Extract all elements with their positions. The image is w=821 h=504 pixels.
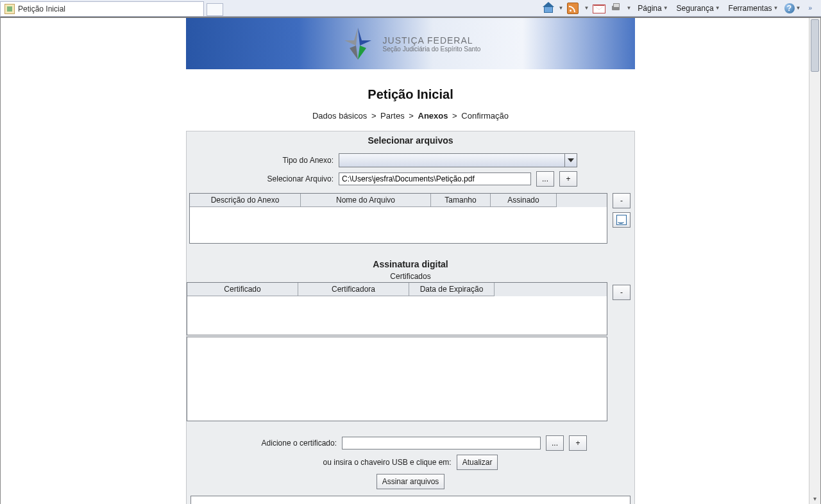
col-certificadora: Certificadora [298, 283, 409, 296]
page-content: JUSTIÇA FEDERAL Seção Judiciária do Espí… [186, 18, 635, 504]
home-dropdown[interactable]: ▼ [559, 5, 564, 11]
browse-cert-button[interactable]: ... [546, 435, 564, 451]
file-path-input[interactable] [339, 172, 531, 185]
cert-table-body [187, 296, 607, 335]
page-title: Petição Inicial [186, 87, 635, 102]
status-bar [190, 496, 631, 504]
header-banner: JUSTIÇA FEDERAL Seção Judiciária do Espí… [186, 18, 635, 69]
tools-menu-label: Ferramentas [729, 4, 772, 13]
scroll-thumb[interactable] [811, 19, 819, 72]
selecionar-arquivo-label: Selecionar Arquivo: [244, 174, 334, 183]
tipo-anexo-label: Tipo do Anexo: [244, 156, 334, 165]
browse-file-button[interactable]: ... [536, 171, 554, 187]
breadcrumb-sep: > [371, 111, 377, 121]
tab-strip: Petição Inicial [0, 0, 223, 16]
page-menu[interactable]: Página▼ [634, 4, 670, 13]
new-tab-button[interactable] [207, 3, 223, 16]
print-icon [611, 3, 621, 13]
org-name: JUSTIÇA FEDERAL [383, 35, 481, 46]
breadcrumb: Dados básicos > Partes > Anexos > Confir… [186, 111, 635, 121]
certificates-label: Certificados [187, 272, 634, 281]
viewport: ▴ ▾ JUSTIÇA FEDERAL Seção Judiciária do … [0, 17, 821, 504]
tab-favicon-icon [4, 4, 15, 14]
col-descricao: Descrição do Anexo [190, 194, 301, 207]
add-cert-button[interactable]: + [569, 435, 587, 451]
security-menu-label: Segurança [677, 4, 714, 13]
feeds-dropdown[interactable]: ▼ [584, 5, 589, 11]
usb-hint-label: ou insira o chaveiro USB e clique em: [323, 458, 452, 467]
breadcrumb-sep: > [452, 111, 457, 121]
print-button[interactable] [609, 2, 622, 15]
home-icon [543, 3, 554, 13]
browser-tab[interactable]: Petição Inicial [0, 1, 204, 16]
browser-toolbar: ▼ ▼ ▼ Página▼ Segurança▼ Ferramentas▼ ▼ … [537, 0, 821, 16]
remove-cert-button[interactable]: - [613, 285, 631, 300]
home-button[interactable] [542, 2, 555, 15]
breadcrumb-sep: > [409, 111, 414, 121]
panel-select-files: Selecionar arquivos Tipo do Anexo: Selec… [186, 131, 635, 504]
add-cert-label: Adicione o certificado: [234, 439, 337, 448]
tools-menu[interactable]: Ferramentas▼ [725, 4, 781, 13]
col-assinado: Assinado [491, 194, 557, 207]
breadcrumb-step-anexos: Anexos [418, 111, 448, 121]
tab-title: Petição Inicial [18, 4, 65, 13]
signature-title: Assinatura digital [187, 259, 634, 269]
page-menu-label: Página [638, 4, 661, 13]
mail-icon [593, 4, 605, 13]
help-button[interactable]: ▼ [783, 2, 802, 15]
breadcrumb-step-dados: Dados básicos [312, 111, 367, 121]
tipo-anexo-select[interactable] [339, 153, 577, 167]
breadcrumb-step-partes: Partes [380, 111, 405, 121]
cert-list-box[interactable] [187, 337, 607, 421]
remove-file-button[interactable]: - [613, 193, 631, 208]
cert-table-header: Certificado Certificadora Data de Expira… [187, 283, 607, 296]
col-tamanho: Tamanho [431, 194, 491, 207]
col-nome: Nome do Arquivo [301, 194, 431, 207]
add-file-button[interactable]: + [559, 171, 577, 187]
logo-icon [341, 26, 375, 61]
browser-chrome: Petição Inicial ▼ ▼ ▼ Página▼ Segurança▼… [0, 0, 821, 17]
chevron-down-icon[interactable] [564, 154, 577, 167]
panel-select-files-title: Selecionar arquivos [187, 131, 634, 149]
sign-files-button[interactable]: Assinar arquivos [377, 474, 445, 489]
security-menu[interactable]: Segurança▼ [673, 4, 722, 13]
toolbar-overflow[interactable]: » [804, 4, 816, 12]
signature-icon [616, 215, 627, 225]
breadcrumb-step-confirmacao: Confirmação [461, 111, 509, 121]
scroll-down-icon[interactable]: ▾ [809, 493, 820, 504]
refresh-cert-button[interactable]: Atualizar [457, 455, 498, 470]
feeds-button[interactable] [566, 2, 580, 15]
vertical-scrollbar[interactable]: ▴ ▾ [809, 18, 820, 504]
mail-button[interactable] [591, 2, 607, 15]
cert-path-input[interactable] [342, 437, 541, 449]
sign-file-button[interactable] [613, 212, 631, 228]
org-subtitle: Seção Judiciária do Espírito Santo [383, 46, 481, 53]
print-dropdown[interactable]: ▼ [626, 5, 631, 11]
files-table-header: Descrição do Anexo Nome do Arquivo Taman… [190, 194, 607, 207]
col-expiracao: Data de Expiração [409, 283, 495, 296]
col-certificado: Certificado [187, 283, 298, 296]
files-table-body [190, 207, 607, 243]
help-icon [784, 3, 795, 13]
rss-icon [567, 3, 579, 14]
logo-text: JUSTIÇA FEDERAL Seção Judiciária do Espí… [383, 35, 481, 53]
